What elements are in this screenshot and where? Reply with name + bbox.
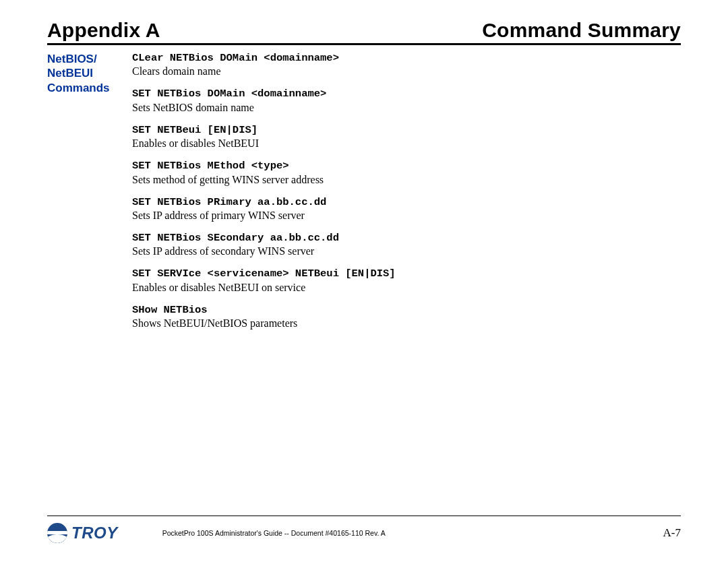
command-code: SET NETBios DOMain <domainname> [132, 88, 681, 100]
command-description: Sets IP address of secondary WINS server [132, 245, 681, 258]
command-block: SET SERVIce <servicename> NETBeui [EN|DI… [132, 268, 681, 294]
command-block: SET NETBios PRimary aa.bb.cc.dd Sets IP … [132, 196, 681, 222]
page: Appendix A Command Summary NetBIOS/ NetB… [0, 0, 728, 562]
command-description: Enables or disables NetBEUI on service [132, 281, 681, 294]
body: NetBIOS/ NetBEUI Commands CLear NETBios … [47, 52, 681, 340]
command-block: SET NETBios SEcondary aa.bb.cc.dd Sets I… [132, 232, 681, 258]
command-code: SET NETBios MEthod <type> [132, 160, 681, 173]
command-code: SHow NETBios [132, 304, 681, 317]
header-left-title: Appendix A [47, 19, 160, 42]
troy-logo-text: TROY [71, 524, 118, 542]
command-description: Sets NetBIOS domain name [132, 101, 681, 115]
header-right-title: Command Summary [482, 19, 681, 42]
command-description: Clears domain name [132, 65, 681, 78]
command-block: SET NETBios MEthod <type> Sets method of… [132, 160, 681, 186]
command-code: SET NETBios PRimary aa.bb.cc.dd [132, 196, 681, 209]
command-description: Enables or disables NetBEUI [132, 137, 681, 150]
troy-logo: TROY [47, 523, 118, 543]
section-heading-line: NetBEUI [47, 66, 129, 80]
section-heading-line: NetBIOS/ [47, 52, 129, 66]
command-code: CLear NETBios DOMain <domainname> [132, 52, 681, 65]
command-block: SHow NETBios Shows NetBEUI/NetBIOS param… [132, 304, 681, 330]
command-code: SET NETBios SEcondary aa.bb.cc.dd [132, 232, 681, 245]
section-heading-line: Commands [47, 81, 129, 95]
command-code: SET NETBeui [EN|DIS] [132, 124, 681, 137]
command-code: SET SERVIce <servicename> NETBeui [EN|DI… [132, 268, 681, 280]
footer-page-number: A-7 [663, 526, 681, 540]
footer-rule [47, 516, 681, 516]
footer-left: TROY PocketPro 100S Administrator's Guid… [47, 523, 386, 543]
section-heading: NetBIOS/ NetBEUI Commands [47, 52, 132, 340]
command-description: Sets IP address of primary WINS server [132, 209, 681, 222]
command-description: Shows NetBEUI/NetBIOS parameters [132, 317, 681, 330]
footer-document-info: PocketPro 100S Administrator's Guide -- … [162, 529, 386, 537]
troy-logo-icon [47, 523, 67, 543]
footer-row: TROY PocketPro 100S Administrator's Guid… [47, 523, 681, 543]
command-list: CLear NETBios DOMain <domainname> Clears… [132, 52, 681, 340]
command-block: SET NETBeui [EN|DIS] Enables or disables… [132, 124, 681, 150]
page-header: Appendix A Command Summary [47, 19, 681, 45]
command-block: SET NETBios DOMain <domainname> Sets Net… [132, 88, 681, 114]
page-footer: TROY PocketPro 100S Administrator's Guid… [47, 516, 681, 543]
command-block: CLear NETBios DOMain <domainname> Clears… [132, 52, 681, 78]
command-description: Sets method of getting WINS server addre… [132, 173, 681, 187]
